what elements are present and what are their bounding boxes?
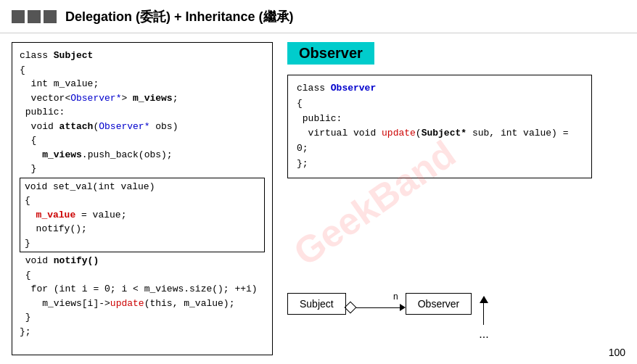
observer-badge: Observer	[287, 42, 374, 65]
obs-line-1: class Observer	[297, 83, 376, 94]
code-line-6: void attach(Observer* obs)	[20, 121, 178, 132]
code-line-5: public:	[20, 107, 65, 117]
page-title: Delegation (委託) + Inheritance (繼承)	[65, 8, 294, 25]
uml-subject-label: Subject	[300, 298, 334, 310]
inner-line-2: {	[25, 195, 30, 206]
page-number: 100	[609, 347, 625, 358]
code-line-3: int m_value;	[20, 78, 99, 89]
main-content: class Subject { int m_value; vector<Obse…	[0, 33, 637, 364]
code-line-13: m_views[i]->update(this, m_value);	[20, 298, 234, 309]
header-icon-3	[44, 10, 57, 23]
code-line-4: vector<Observer*> m_views;	[20, 93, 178, 104]
inner-line-1: void set_val(int value)	[25, 181, 155, 192]
code-line-10: void notify()	[20, 255, 99, 266]
code-line-7: {	[20, 135, 36, 146]
uml-line	[356, 307, 400, 308]
code-line-8: m_views.push_back(obs);	[20, 149, 173, 160]
uml-diagram: Subject n Observer ...	[287, 286, 625, 341]
inner-code-box: void set_val(int value) { m_value = valu…	[20, 178, 265, 253]
inner-line-3: m_value = value;	[25, 210, 126, 220]
arrow-up	[480, 296, 488, 325]
diamond-icon	[344, 302, 356, 314]
uml-connector: n	[346, 303, 406, 312]
inheritance-section: ...	[479, 296, 488, 341]
header-icon-1	[12, 10, 25, 23]
code-line-9: }	[20, 163, 36, 174]
uml-observer-label: Observer	[418, 298, 460, 310]
inner-line-5: }	[25, 238, 30, 249]
inner-line-4: notify();	[25, 223, 87, 234]
obs-line-2: {	[297, 98, 303, 109]
observer-class-box: class Observer { public: virtual void up…	[287, 75, 592, 178]
obs-line-4: virtual void update(Subject* sub, int va…	[297, 128, 569, 154]
arrow-up-line	[483, 303, 484, 325]
header: Delegation (委託) + Inheritance (繼承)	[0, 0, 637, 33]
code-line-14: }	[20, 312, 31, 323]
code-line-15: };	[20, 326, 31, 337]
right-panel: Observer class Observer { public: virtua…	[287, 42, 625, 355]
header-icon-2	[28, 10, 41, 23]
uml-subject-box: Subject	[287, 293, 346, 315]
n-label: n	[393, 291, 398, 302]
obs-line-3: public:	[297, 113, 342, 124]
left-code-panel: class Subject { int m_value; vector<Obse…	[12, 42, 273, 355]
arrow-right-icon	[400, 304, 406, 311]
header-icons	[12, 10, 57, 23]
uml-observer-box: Observer	[406, 293, 472, 315]
code-line-12: for (int i = 0; i < m_views.size(); ++i)	[20, 284, 258, 294]
code-line-11: {	[20, 270, 31, 281]
obs-line-5: };	[297, 158, 308, 169]
code-line-1: class Subject	[20, 50, 93, 61]
arrow-up-head-icon	[480, 296, 488, 303]
code-line-2: {	[20, 65, 25, 75]
dots-label: ...	[479, 328, 488, 341]
